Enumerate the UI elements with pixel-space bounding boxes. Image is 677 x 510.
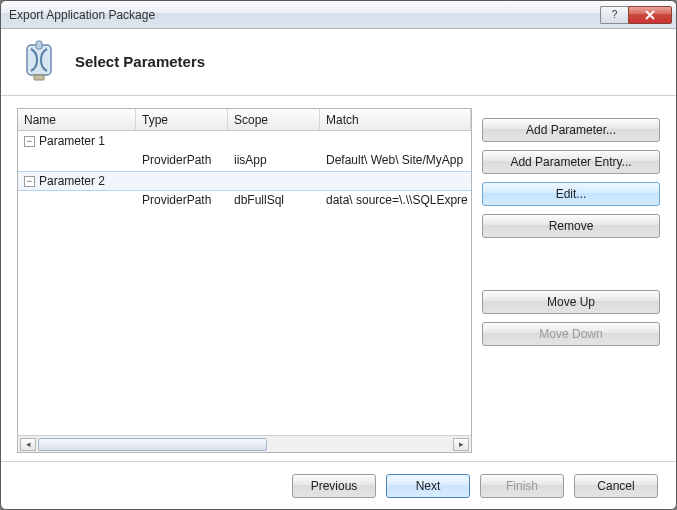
previous-button[interactable]: Previous [292,474,376,498]
tree-row-parameter-2[interactable]: − Parameter 2 [18,171,471,191]
tree-row-label: Parameter 1 [39,134,105,148]
grid-body: − Parameter 1 ProviderPath iisApp Defaul… [18,131,471,435]
package-icon [17,39,61,83]
help-button[interactable]: ? [600,6,628,24]
grid-header: Name Type Scope Match [18,109,471,131]
add-parameter-button[interactable]: Add Parameter... [482,118,660,142]
cell-scope: iisApp [228,151,320,171]
column-header-type[interactable]: Type [136,109,228,130]
titlebar: Export Application Package ? [1,1,676,29]
parameters-grid: Name Type Scope Match − Parameter 1 Prov… [17,108,472,453]
window-title: Export Application Package [9,8,600,22]
header-area: Select Parameters [1,29,676,96]
column-header-scope[interactable]: Scope [228,109,320,130]
wizard-window: Export Application Package ? Select Para… [0,0,677,510]
move-up-button[interactable]: Move Up [482,290,660,314]
window-controls: ? [600,6,672,24]
remove-button[interactable]: Remove [482,214,660,238]
next-button[interactable]: Next [386,474,470,498]
move-down-button: Move Down [482,322,660,346]
close-button[interactable] [628,6,672,24]
scroll-thumb[interactable] [38,438,267,451]
scroll-track[interactable] [36,438,453,451]
edit-button[interactable]: Edit... [482,182,660,206]
collapse-icon[interactable]: − [24,136,35,147]
body-area: Name Type Scope Match − Parameter 1 Prov… [1,96,676,461]
collapse-icon[interactable]: − [24,176,35,187]
add-parameter-entry-button[interactable]: Add Parameter Entry... [482,150,660,174]
cancel-button[interactable]: Cancel [574,474,658,498]
horizontal-scrollbar[interactable]: ◂ ▸ [18,435,471,452]
svg-rect-1 [36,41,42,49]
cell-match: Default\ Web\ Site/MyApp [320,151,471,171]
finish-button: Finish [480,474,564,498]
scroll-right-icon[interactable]: ▸ [453,438,469,451]
scroll-left-icon[interactable]: ◂ [20,438,36,451]
tree-row-label: Parameter 2 [39,174,105,188]
column-header-name[interactable]: Name [18,109,136,130]
child-row-parameter-2[interactable]: ProviderPath dbFullSql data\ source=\.\\… [18,191,471,211]
wizard-footer: Previous Next Finish Cancel [1,461,676,509]
cell-scope: dbFullSql [228,191,320,211]
side-panel: Add Parameter... Add Parameter Entry... … [482,108,660,453]
column-header-match[interactable]: Match [320,109,471,130]
help-icon: ? [612,9,618,20]
svg-rect-2 [34,75,44,80]
close-icon [645,10,655,20]
cell-type: ProviderPath [136,191,228,211]
cell-type: ProviderPath [136,151,228,171]
page-title: Select Parameters [75,53,205,70]
cell-match: data\ source=\.\\SQLExpre [320,191,471,211]
child-row-parameter-1[interactable]: ProviderPath iisApp Default\ Web\ Site/M… [18,151,471,171]
tree-row-parameter-1[interactable]: − Parameter 1 [18,131,471,151]
